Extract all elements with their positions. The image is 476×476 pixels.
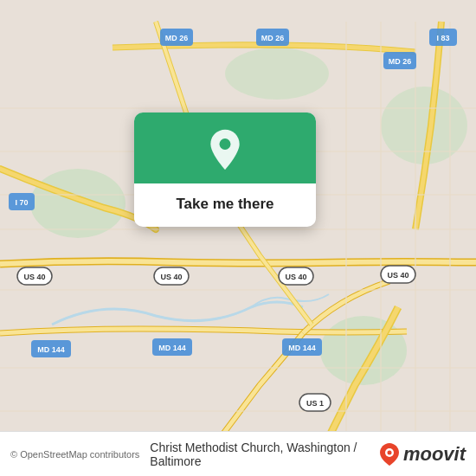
copyright-text: © OpenStreetMap contributors [10, 449, 139, 460]
svg-text:US 40: US 40 [387, 271, 408, 280]
svg-point-46 [387, 450, 391, 454]
svg-text:US 40: US 40 [160, 273, 182, 281]
map-container: MD 26 MD 26 MD 26 I 83 I 70 US 40 US 40 … [0, 0, 476, 476]
moovit-logo: moovit [379, 442, 466, 466]
moovit-brand-text: moovit [403, 443, 466, 466]
svg-text:MD 144: MD 144 [158, 344, 186, 352]
location-label: Christ Methodist Church, Washington / Ba… [150, 441, 379, 468]
svg-text:MD 144: MD 144 [37, 345, 65, 354]
svg-text:MD 26: MD 26 [389, 57, 412, 66]
svg-text:MD 26: MD 26 [261, 34, 285, 42]
take-me-there-button[interactable]: Take me there [148, 196, 302, 213]
svg-point-44 [220, 138, 231, 150]
svg-text:US 40: US 40 [285, 273, 306, 281]
svg-point-1 [30, 169, 125, 238]
bottom-bar: © OpenStreetMap contributors Christ Meth… [0, 431, 476, 476]
location-pin-icon [206, 128, 244, 171]
svg-text:US 1: US 1 [306, 399, 324, 408]
moovit-pin-icon [379, 442, 400, 466]
svg-text:I 70: I 70 [15, 198, 28, 207]
svg-text:MD 26: MD 26 [165, 34, 189, 42]
popup-card: Take me there [134, 113, 316, 227]
svg-text:MD 144: MD 144 [288, 344, 316, 352]
svg-text:US 40: US 40 [23, 273, 45, 281]
popup-header [134, 113, 316, 183]
popup-body: Take me there [134, 183, 316, 227]
svg-point-3 [225, 48, 329, 100]
svg-text:I 83: I 83 [436, 34, 449, 42]
